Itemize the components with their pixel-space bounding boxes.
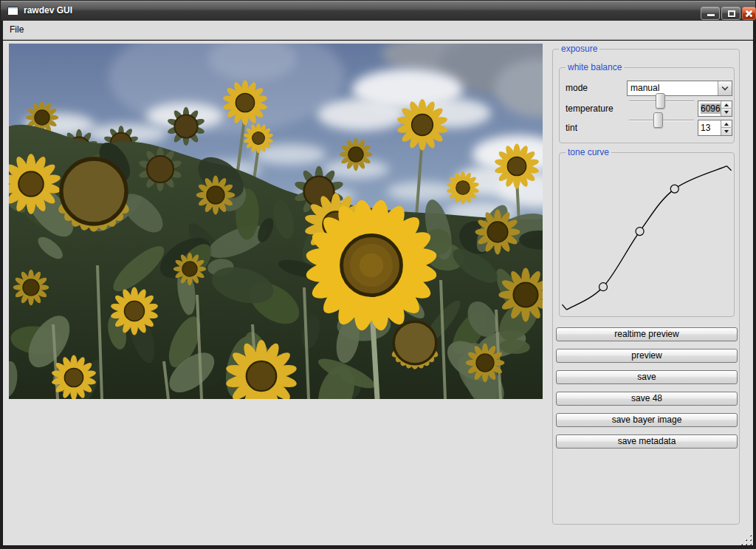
tint-value: 13 [701, 122, 710, 134]
triangle-up [724, 103, 729, 106]
chevron-down-icon [722, 84, 729, 91]
maximize-icon[interactable] [721, 7, 740, 20]
resize-grip[interactable] [740, 543, 742, 545]
white-balance-group: white balance mode manual temperature 60… [559, 67, 735, 143]
temperature-value: 6096 [701, 103, 721, 115]
temperature-slider[interactable] [629, 93, 694, 109]
combo-dropdown-button[interactable] [718, 81, 732, 95]
tint-slider[interactable] [629, 112, 694, 129]
temperature-slider-handle[interactable] [656, 93, 665, 109]
resize-grip[interactable] [745, 543, 746, 545]
main-content: exposure white balance mode manual tempe… [3, 41, 753, 545]
tone-curve-point[interactable] [599, 283, 608, 291]
realtime-preview-button[interactable]: realtime preview [556, 327, 738, 341]
tone-curve-point[interactable] [670, 185, 678, 193]
curve-end-tick [562, 304, 566, 310]
spin-down-icon[interactable] [721, 128, 732, 135]
exposure-group: exposure white balance mode manual tempe… [552, 49, 740, 525]
triangle-up [724, 123, 729, 126]
exposure-group-label: exposure [559, 44, 599, 54]
resize-grip[interactable] [749, 539, 751, 540]
save-metadata-button[interactable]: save metadata [556, 434, 738, 449]
save-bayer-image-button[interactable]: save bayer image [556, 413, 738, 427]
temperature-spinbox[interactable]: 6096 [698, 100, 732, 117]
spin-down-icon[interactable] [721, 109, 732, 116]
titlebar[interactable]: rawdev GUI [1, 1, 755, 21]
menu-file[interactable]: File [3, 21, 30, 39]
close-icon[interactable] [742, 7, 756, 20]
tone-curve-point[interactable] [636, 228, 644, 236]
triangle-down [724, 111, 729, 114]
white-balance-group-label: white balance [566, 62, 624, 72]
sunflower-photo [9, 44, 543, 399]
spin-buttons [721, 101, 732, 116]
spin-buttons [721, 120, 732, 135]
spin-up-icon[interactable] [721, 120, 732, 128]
menubar: File [3, 21, 753, 40]
spin-up-icon[interactable] [721, 101, 732, 109]
mode-label: mode [566, 83, 588, 93]
save-button[interactable]: save [556, 370, 738, 384]
triangle-down [724, 130, 729, 133]
resize-grip[interactable] [745, 539, 746, 540]
rawdev-window: { "window": { "title": "rawdev GUI", "ic… [0, 0, 756, 549]
tint-spinbox[interactable]: 13 [698, 120, 732, 136]
resize-grip[interactable] [749, 534, 751, 536]
minimize-icon[interactable] [701, 7, 720, 20]
curve-end-tick [727, 166, 732, 171]
app-window-icon [7, 7, 18, 16]
temperature-label: temperature [566, 103, 614, 114]
minimize-glyph [707, 14, 715, 16]
tone-curve-group: tone curve [559, 152, 735, 317]
tint-label: tint [566, 123, 577, 133]
tone-curve-line [566, 166, 726, 310]
preview-button[interactable]: preview [556, 349, 738, 363]
save-48-button[interactable]: save 48 [556, 392, 738, 406]
maximize-glyph [728, 10, 735, 17]
tone-curve-canvas [560, 153, 734, 316]
image-preview [9, 44, 543, 399]
window-title: rawdev GUI [24, 1, 72, 21]
resize-grip[interactable] [749, 543, 751, 545]
tint-slider-handle[interactable] [653, 112, 663, 128]
